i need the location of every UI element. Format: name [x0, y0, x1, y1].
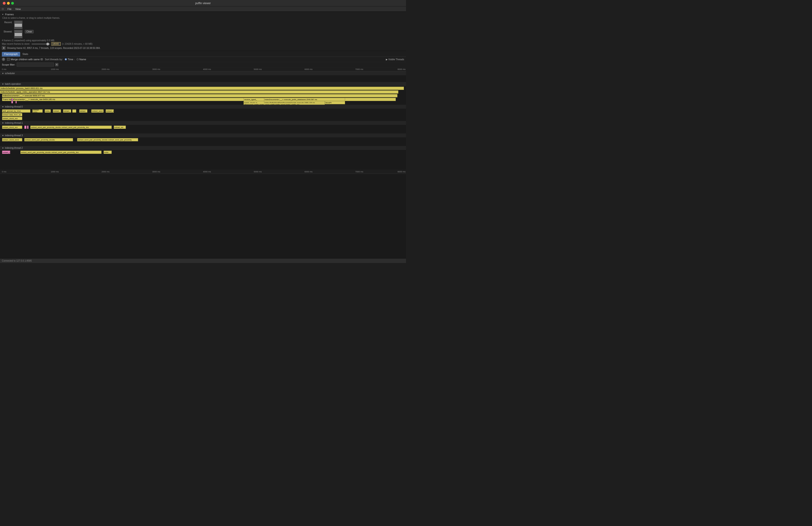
- help-badge[interactable]: ?: [2, 58, 5, 61]
- tab-bar: Flamegraph Stats: [0, 51, 406, 57]
- flame-idx1-docid[interactable]: extract_docid_wor: [2, 126, 23, 129]
- flame-idx2-extra[interactable]: extra: [104, 151, 112, 154]
- flame-extract-3[interactable]: extract_: [53, 109, 61, 113]
- frames-collapse-icon[interactable]: ▼: [2, 13, 4, 16]
- showing-text: Showing frame #2, 8957.4 ms, 7 threads, …: [7, 47, 101, 49]
- flame-execute-prefix[interactable]: IndexDocuments<_,_>::execute_prefix_data…: [264, 98, 345, 101]
- indexing-1-label: indexing-thread:1: [5, 122, 23, 124]
- ruler-1000ms: 1000 ms: [51, 68, 59, 71]
- flame-idx3-word-pair1[interactable]: extract_word_pair_proximity_docids:: [24, 138, 73, 141]
- flame-apply-index[interactable]: IndexScheduler::apply_index_operation 88…: [0, 90, 398, 93]
- indexing-0-header[interactable]: ▼ indexing-thread:0: [0, 105, 406, 109]
- scope-filter-input[interactable]: [17, 62, 54, 67]
- flame-extract-5[interactable]: [72, 109, 76, 113]
- scope-filter-clear-button[interactable]: ✕: [55, 63, 58, 66]
- indexing-thread-1: ▼ indexing-thread:1 extract_docid_wor ex…: [0, 121, 406, 133]
- recent-label: Recent:: [2, 20, 12, 24]
- sort-name-option[interactable]: Name: [76, 58, 86, 61]
- recent-frame-thumb[interactable]: [14, 20, 23, 29]
- flame-word-prefix[interactable]: Word word_prefix::index_word_prefix pref…: [244, 103, 325, 105]
- flame-process-batch[interactable]: IndexScheduler::process_batch 8953.821 m…: [0, 87, 404, 90]
- batch-label: batch-operation: [5, 83, 21, 85]
- view-menu[interactable]: View: [15, 8, 21, 11]
- flame-execute[interactable]: IndexDocuments<_,_>::execute 8656.677 ms: [2, 94, 397, 97]
- indexing-3-header[interactable]: ▼ indexing-thread:3: [0, 133, 406, 138]
- indexing-3-label: indexing-thread:3: [5, 134, 23, 137]
- sort-time-label: Time: [68, 58, 73, 61]
- flamegraph-container[interactable]: 0 ms 1000 ms 2000 ms 3000 ms 4000 ms 500…: [0, 67, 406, 263]
- slowest-frame-thumb[interactable]: [14, 30, 23, 38]
- max-frames-input[interactable]: [52, 42, 61, 46]
- flame-wordpr[interactable]: WordPr: [325, 101, 345, 104]
- bottom-ruler-6000ms: 6000 ms: [304, 171, 313, 173]
- flame-extract-4[interactable]: extract_: [63, 109, 71, 113]
- frames-header: ▼ Frames: [2, 13, 404, 16]
- titlebar: puffin viewer: [0, 0, 406, 6]
- batch-operation-header[interactable]: ▼ batch-operation: [0, 82, 406, 86]
- flame-magenta-1[interactable]: [11, 99, 13, 101]
- sort-label: Sort threads by:: [45, 58, 63, 61]
- flame-extract-2[interactable]: extra_: [45, 109, 51, 113]
- max-frames-slider[interactable]: [31, 44, 50, 44]
- merge-label: Merge children with same ID: [11, 58, 43, 61]
- indexing-0-label: indexing-thread:0: [5, 105, 23, 108]
- merge-checkbox[interactable]: [7, 58, 10, 61]
- sort-name-radio[interactable]: [76, 58, 79, 60]
- menu-dot-icon: [2, 8, 4, 10]
- maximize-button[interactable]: [11, 2, 14, 5]
- play-icon: [3, 47, 5, 49]
- batch-operation-thread: ▼ batch-operation IndexScheduler::proces…: [0, 82, 406, 105]
- flame-extract-wo[interactable]: extract_wo: [106, 109, 114, 113]
- flame-idx3-docid[interactable]: extract_docid_word: [2, 138, 23, 141]
- flame-idx1-pink2[interactable]: [27, 126, 28, 129]
- flame-extract-data[interactable]: extract::data_from_ob: [2, 113, 23, 116]
- indexing-2-header[interactable]: ▼ indexing-thread:2: [0, 146, 406, 150]
- ruler-7000ms: 7000 ms: [355, 68, 363, 71]
- bottom-ruler-3000ms: 3000 ms: [152, 171, 160, 173]
- flame-idx1-pink[interactable]: [24, 126, 26, 129]
- flame-pink-2[interactable]: [16, 101, 17, 103]
- bottom-ruler-1000ms: 1000 ms: [51, 171, 59, 173]
- sort-time-radio[interactable]: [65, 58, 67, 60]
- close-button[interactable]: [3, 2, 5, 5]
- flame-idx2-word-pair[interactable]: extract_word_pair_proximity_docids::extr…: [20, 151, 102, 154]
- ruler-0ms: 0 ms: [2, 68, 6, 71]
- bottom-ruler-8000ms: 8000 ms: [397, 171, 406, 173]
- flame-pink-1[interactable]: [11, 101, 13, 103]
- flame-split-grenad[interactable]: split_grenad_by_chun: [2, 109, 31, 113]
- play-button[interactable]: [2, 46, 5, 50]
- flame-idx1-word-pair[interactable]: extract_word_pair_proximity_docids::extr…: [30, 126, 112, 129]
- ruler-2000ms: 2000 ms: [102, 68, 110, 71]
- flame-idx2-extract-doc[interactable]: extract_doc: [2, 151, 10, 154]
- timeline-ruler-bottom: 0 ms 1000 ms 2000 ms 3000 ms 4000 ms 500…: [0, 170, 406, 174]
- ruler-3000ms: 3000 ms: [152, 68, 160, 71]
- bottom-ruler-7000ms: 7000 ms: [355, 171, 363, 173]
- flame-extract-6[interactable]: extract: [79, 109, 87, 113]
- flame-extract-1[interactable]: extract extra: [32, 109, 43, 113]
- indexing-2-label: indexing-thread:2: [5, 147, 23, 149]
- sort-time-option[interactable]: Time ↓: [65, 58, 75, 61]
- flame-idx1-extract-wo[interactable]: extract_wo: [114, 126, 126, 129]
- flame-extract-docid-word[interactable]: extract_docid_wor: [2, 117, 23, 120]
- scheduler-thread-header[interactable]: ▼ scheduler: [0, 71, 406, 75]
- status-bar: Connected to 127.0.0.1:8585: [0, 258, 406, 263]
- flame-idx3-word-pair2[interactable]: extract_word_pair_proximity_docids::extr…: [77, 138, 138, 141]
- file-menu[interactable]: File: [8, 8, 12, 11]
- minimize-button[interactable]: [7, 2, 10, 5]
- flame-extract-word-1[interactable]: extract_word: [91, 109, 104, 113]
- indexing-3-content[interactable]: extract_docid_word extract_word_pair_pro…: [0, 138, 406, 146]
- indexing-1-header[interactable]: ▼ indexing-thread:1: [0, 121, 406, 125]
- main-content: ▼ Frames Click to select a frame, or dra…: [0, 12, 406, 263]
- menubar: File View: [0, 6, 406, 12]
- batch-content[interactable]: IndexScheduler::process_batch 8953.821 m…: [0, 86, 406, 105]
- indexing-1-content[interactable]: extract_docid_wor extract_word_pair_prox…: [0, 125, 406, 133]
- window-title: puffin viewer: [195, 2, 211, 5]
- tab-stats[interactable]: Stats: [20, 52, 31, 57]
- toolbar: ? Merge children with same ID Sort threa…: [0, 57, 406, 62]
- indexing-2-content[interactable]: extract_doc extract_word_pair_proximity_…: [0, 150, 406, 169]
- clear-button[interactable]: Clear: [25, 30, 33, 33]
- indexing-thread-2: ▼ indexing-thread:2 extract_doc extract_…: [0, 146, 406, 169]
- indexing-0-content[interactable]: split_grenad_by_chun extract extra extra…: [0, 109, 406, 121]
- visible-threads-button[interactable]: ▶ Visible Threads: [386, 58, 404, 61]
- tab-flamegraph[interactable]: Flamegraph: [2, 52, 20, 57]
